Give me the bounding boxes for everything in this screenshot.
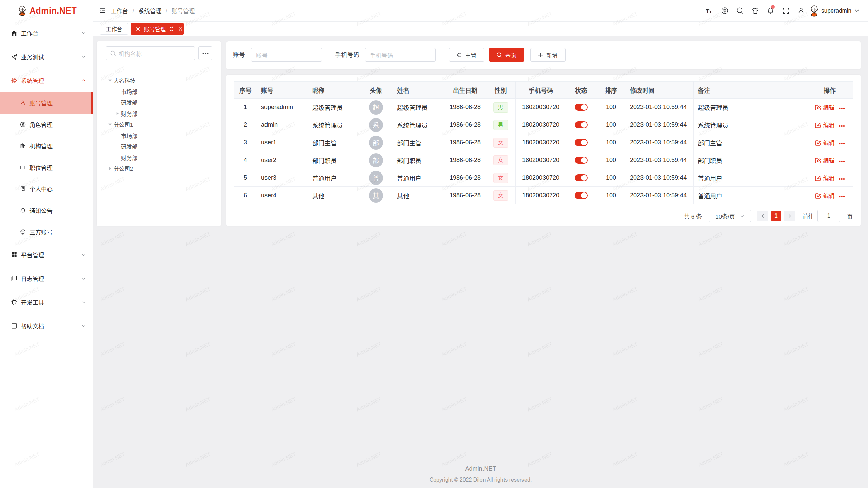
svg-text:T: T xyxy=(706,8,709,14)
svg-text:T: T xyxy=(709,9,712,13)
